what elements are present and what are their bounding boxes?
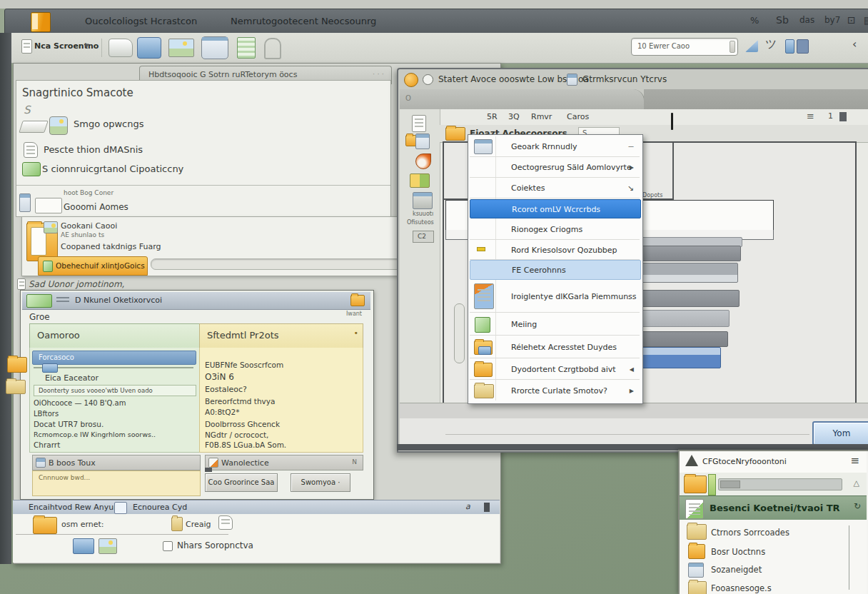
- list-scrollbar-track[interactable]: [849, 525, 849, 590]
- bottom-left-header[interactable]: B boos Toux: [32, 455, 201, 470]
- mid-titlebar[interactable]: Statert Avoce oooswte Low bsithoa Gtrmks…: [398, 69, 868, 89]
- session-button[interactable]: Swomyoa ·: [291, 473, 350, 492]
- menu-item-4[interactable]: Gooomi Aomes: [64, 202, 128, 212]
- list-item-3[interactable]: Sozaneigdet: [711, 565, 762, 575]
- strip-duo-icon[interactable]: [410, 173, 430, 188]
- list-item-2[interactable]: Bosr Uoctnns: [711, 547, 765, 557]
- titlebar-glyph-4[interactable]: by7: [824, 15, 840, 25]
- picture-icon[interactable]: [168, 39, 194, 57]
- menu-item-open[interactable]: Geoark Rrnnudly —: [470, 136, 640, 157]
- slider-handle[interactable]: [42, 363, 58, 373]
- menu-file[interactable]: 5R: [487, 112, 498, 121]
- list-item-1[interactable]: Ctrnors Sorrcoades: [711, 528, 789, 538]
- table-row-l4[interactable]: OiOhcooce — 140 B'Q.am: [34, 399, 126, 407]
- table-row-r1[interactable]: EUBFNfe Sooscrfcom: [205, 361, 283, 369]
- table-row-l7[interactable]: Rcmomcop.e IW Kingrhlom soorws..: [34, 431, 156, 438]
- bottom-right-header[interactable]: Wanolectice N: [205, 455, 363, 470]
- notes-list-icon[interactable]: [237, 37, 256, 59]
- note-icon[interactable]: [785, 39, 794, 54]
- table-row-r4[interactable]: Bereorfctmd thvya: [205, 397, 275, 406]
- selected-row[interactable]: Forcasoco: [32, 351, 196, 365]
- menu-item-3[interactable]: S cionnruicgrtanol Cipoaticcny: [42, 163, 183, 174]
- strip-flame-icon[interactable]: [415, 153, 431, 169]
- hamburger-icon[interactable]: ≡: [850, 454, 859, 467]
- table-row-l5[interactable]: LBftors: [34, 410, 59, 418]
- column-header-left[interactable]: Oamoroo: [29, 323, 201, 349]
- table-row-r2[interactable]: O3iN 6: [205, 372, 234, 382]
- triangle-up-icon[interactable]: △: [854, 478, 859, 488]
- menu-item-rules[interactable]: Rord Kriesolsovr Qozubbep: [470, 240, 640, 260]
- search-input[interactable]: 10 Ewrer Caoo: [637, 42, 690, 50]
- column-header-right[interactable]: Sftedmtl Pr2ots •: [199, 323, 363, 349]
- list-icon[interactable]: ▤: [864, 14, 868, 26]
- save-icon[interactable]: ⊡: [847, 14, 856, 26]
- print-icon[interactable]: [108, 39, 133, 57]
- collapse-chevron-icon[interactable]: ‹: [852, 37, 857, 51]
- footer-value[interactable]: Creaig: [186, 520, 211, 529]
- search-box[interactable]: 10 Ewrer Caoo: [631, 38, 738, 56]
- menu-item-groups[interactable]: Rionogex Criogms: [470, 218, 640, 240]
- side-folder-icon-2[interactable]: [6, 380, 26, 394]
- menu-edit[interactable]: 3Q: [508, 112, 520, 121]
- table-row-r8[interactable]: F0B.8S LGua.bA Som.: [205, 441, 286, 449]
- menu-item-categorize[interactable]: Oectogresrug Säld Aomlovyrte ▶: [470, 157, 640, 178]
- list-row-bar[interactable]: [641, 331, 728, 347]
- menu-tools[interactable]: Caros: [567, 112, 589, 121]
- table-row-l6[interactable]: Docat UTR7 brosu.: [34, 420, 104, 428]
- footer-small-icon[interactable]: [218, 515, 233, 530]
- conference-button[interactable]: Coo Groorince Saa: [205, 473, 278, 492]
- toolrow-folder-icon[interactable]: [684, 475, 707, 493]
- menu-item-program[interactable]: Iroiglentye dlKGarla Piemmunss: [470, 280, 640, 313]
- right-panel-selected-row[interactable]: Besenci Koetnei/tvaoi TR ↻: [680, 495, 867, 521]
- strip-window-icon[interactable]: [415, 134, 430, 149]
- menubar-eq-icon[interactable]: ≡: [807, 111, 814, 121]
- menu-item-clipboard[interactable]: Dyodortent Czrgtbobd aivt ◀: [470, 359, 640, 380]
- share-checkbox[interactable]: [163, 541, 173, 551]
- titlebar-glyph-1[interactable]: %: [750, 15, 759, 26]
- menu-item-cookies[interactable]: Coiektes ↘: [470, 178, 640, 198]
- table-row-l3-box[interactable]: Doonterty suos vooeo'wtb Uven oado: [34, 385, 196, 396]
- menu-item-meeting[interactable]: Meiing: [470, 313, 640, 336]
- refresh-icon[interactable]: ↻: [854, 501, 861, 511]
- main-titlebar[interactable]: Oucolcoliogst Hcrastcon Nemrutogootecent…: [4, 9, 868, 34]
- strip-doc-icon[interactable]: [412, 115, 426, 132]
- table-row-r6[interactable]: Doolbrross Ghcenck: [205, 420, 280, 428]
- filter-icon[interactable]: [745, 40, 758, 52]
- menubar-one[interactable]: 1: [828, 111, 833, 121]
- block-icon[interactable]: [797, 39, 809, 54]
- subject-groove[interactable]: [151, 258, 428, 270]
- table-row-l2[interactable]: Eica Eaceator: [45, 373, 99, 383]
- comment-input[interactable]: Cnnnuow bwd...: [32, 470, 201, 496]
- menu-item-1[interactable]: Smgo opwcngs: [74, 119, 144, 129]
- table-topbar-right-icon[interactable]: [350, 295, 365, 306]
- table-row-r5[interactable]: A0:8tQ2*: [205, 408, 239, 416]
- menu-view[interactable]: Rmvr: [531, 112, 552, 121]
- mid-tab[interactable]: O: [400, 89, 645, 109]
- yom-button[interactable]: Yom: [812, 421, 868, 446]
- mail-icon[interactable]: [137, 37, 161, 59]
- swatch[interactable]: [35, 198, 62, 213]
- titlebar-glyph-3[interactable]: das: [799, 15, 814, 25]
- menu-item-2[interactable]: Pescte thion dMASnis: [44, 144, 143, 155]
- list-row-bar[interactable]: [641, 263, 738, 283]
- list-scrollbar[interactable]: [454, 303, 465, 363]
- list-item-4[interactable]: Fooasnesoge.s: [711, 583, 772, 593]
- menu-item-selected[interactable]: Rcorot omLV Wcrcrbds: [470, 199, 641, 218]
- list-row-bar-selected[interactable]: [641, 347, 721, 368]
- bell-icon[interactable]: [264, 38, 281, 59]
- list-row-bar[interactable]: [641, 290, 740, 307]
- list-row-bar[interactable]: [641, 310, 730, 327]
- new-caret-icon[interactable]: ▾: [84, 40, 89, 51]
- attachment-tab[interactable]: Obehechuif xlintJoGoics: [38, 256, 148, 276]
- side-folder-icon-1[interactable]: [7, 357, 27, 373]
- search-nub[interactable]: [730, 41, 735, 53]
- toolrow-slider-nub[interactable]: [720, 480, 740, 488]
- table-row-l8[interactable]: Chrarrt: [34, 441, 60, 449]
- undo-icon[interactable]: ツ: [765, 37, 777, 52]
- menubar-block-icon[interactable]: [839, 112, 847, 121]
- list-row-bar[interactable]: [641, 246, 741, 261]
- table-topbar[interactable]: D Nkunel Oketixorvcoi: [22, 292, 370, 310]
- menu-item-hover[interactable]: FE Ceerohnns: [470, 260, 641, 280]
- strip-tv-icon[interactable]: [413, 192, 433, 209]
- titlebar-glyph-2[interactable]: Sb: [776, 14, 789, 26]
